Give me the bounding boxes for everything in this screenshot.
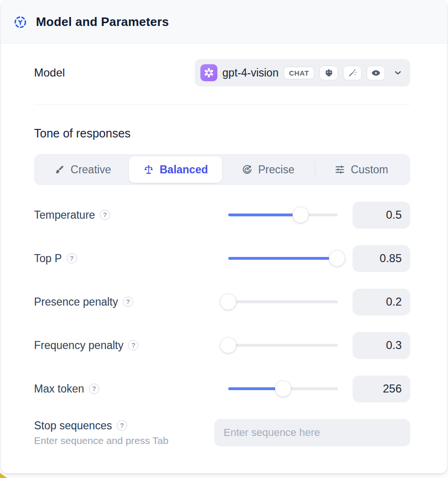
stop-sequences-label: Stop sequences <box>34 419 112 432</box>
presence-penalty-value: 0.2 <box>353 289 410 316</box>
tone-option-creative[interactable]: Creative <box>36 156 129 183</box>
model-hub-icon <box>12 14 28 30</box>
tone-heading: Tone of responses <box>34 127 410 140</box>
panel-title: Model and Parameters <box>36 15 169 29</box>
top-p-slider[interactable] <box>228 250 338 266</box>
tone-option-label: Custom <box>351 163 388 176</box>
param-label: Frequency penalty <box>34 339 123 352</box>
stop-sequence-input[interactable] <box>214 419 410 446</box>
model-row: Model gpt-4-vi <box>34 59 410 86</box>
magic-wand-icon <box>343 66 362 80</box>
param-label: Max token <box>34 383 84 395</box>
background-corner-accent <box>0 473 7 478</box>
slider-thumb[interactable] <box>220 337 236 353</box>
paintbrush-icon <box>54 164 65 175</box>
model-select-dropdown[interactable]: gpt-4-vision CHAT <box>195 59 410 86</box>
param-row-presence-penalty: Presence penalty? 0.2 <box>34 288 410 316</box>
param-row-frequency-penalty: Frequency penalty? 0.3 <box>34 332 410 359</box>
param-row-top-p: Top P? 0.85 <box>34 245 410 272</box>
model-parameters-panel: Model and Parameters Model <box>1 1 447 473</box>
chevron-down-icon <box>393 68 403 77</box>
stop-sequences-helper: Enter sequence and press Tab <box>34 435 168 446</box>
param-row-temperature: Temperature? 0.5 <box>34 201 410 229</box>
selected-model-name: gpt-4-vision <box>223 67 279 79</box>
temperature-slider[interactable] <box>228 207 338 223</box>
param-row-max-token: Max token? 256 <box>34 375 410 402</box>
tone-option-precise[interactable]: Precise <box>222 156 315 183</box>
tone-option-label: Balanced <box>160 163 208 176</box>
max-token-slider[interactable] <box>228 381 338 397</box>
stop-sequences-row: Stop sequences? Enter sequence and press… <box>34 419 410 446</box>
vision-eye-icon <box>367 66 385 80</box>
openai-logo-icon <box>200 64 217 81</box>
max-token-value: 256 <box>353 376 410 402</box>
sliders-icon <box>335 164 345 175</box>
section-divider <box>34 104 410 105</box>
balance-scale-icon <box>143 164 154 175</box>
presence-penalty-slider[interactable] <box>228 294 338 310</box>
param-label: Top P <box>34 252 62 265</box>
temperature-value: 0.5 <box>353 202 410 229</box>
help-icon[interactable]: ? <box>117 420 127 431</box>
tone-option-label: Precise <box>258 163 294 176</box>
slider-thumb[interactable] <box>329 250 345 266</box>
slider-track <box>228 344 338 347</box>
tone-option-balanced[interactable]: Balanced <box>129 156 222 183</box>
model-label: Model <box>34 66 65 79</box>
param-label: Temperature <box>34 209 95 222</box>
help-icon[interactable]: ? <box>89 384 99 394</box>
slider-thumb[interactable] <box>275 381 291 397</box>
slider-fill <box>228 213 301 216</box>
help-icon[interactable]: ? <box>123 297 133 307</box>
frequency-penalty-value: 0.3 <box>353 332 410 359</box>
tone-option-label: Creative <box>70 163 111 176</box>
param-label: Presence penalty <box>34 296 118 308</box>
help-icon[interactable]: ? <box>128 340 138 350</box>
target-arrow-icon <box>242 164 252 175</box>
slider-thumb[interactable] <box>220 294 236 310</box>
model-type-badge: CHAT <box>284 67 314 79</box>
help-icon[interactable]: ? <box>100 210 110 220</box>
frequency-penalty-slider[interactable] <box>228 337 338 353</box>
top-p-value: 0.85 <box>353 245 410 272</box>
slider-thumb[interactable] <box>293 207 309 223</box>
tone-option-custom[interactable]: Custom <box>315 156 408 183</box>
slider-track <box>228 300 338 303</box>
panel-header: Model and Parameters <box>1 1 447 43</box>
tone-segmented-control: Creative Balanced <box>34 154 410 185</box>
robot-icon <box>319 66 338 80</box>
slider-fill <box>228 257 337 260</box>
help-icon[interactable]: ? <box>67 253 77 264</box>
